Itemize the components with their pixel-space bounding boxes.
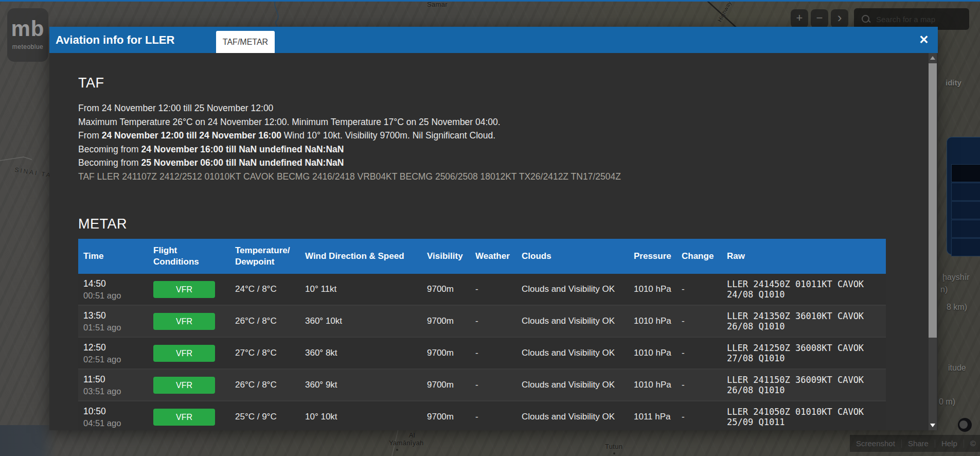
aviation-info-modal: Aviation info for LLER TAF/METAR ✕ TAF F… [49, 27, 938, 430]
metar-cell-wind: 360° 9kt [300, 369, 422, 401]
metar-cell-wind: 360° 8kt [300, 337, 422, 369]
metar-time: 12:50 [83, 342, 148, 354]
metar-cell-temp: 24°C / 8°C [230, 274, 300, 305]
metar-column-header: Visibility [422, 239, 470, 274]
metar-cell-clouds: Clouds and Visibility OK [516, 401, 629, 430]
flight-condition-badge: VFR [153, 313, 215, 330]
taf-line-bold: 24 November 16:00 till NaN undefined NaN… [141, 144, 344, 154]
tab-taf-metar[interactable]: TAF/METAR [216, 31, 275, 53]
metar-cell-flight: VFR [148, 337, 230, 369]
metar-cell-temp: 26°C / 8°C [230, 305, 300, 337]
metar-row: 14:5000:51 agoVFR24°C / 8°C10° 11kt9700m… [78, 274, 886, 305]
metar-cell-pressure: 1010 hPa [629, 337, 676, 369]
metar-cell-raw: LLER 241450Z 01011KT CAVOK 24/08 Q1010 [722, 274, 886, 305]
taf-line: From 24 November 12:00 till 24 November … [78, 129, 938, 143]
metar-cell-clouds: Clouds and Visibility OK [516, 305, 629, 337]
metar-time: 10:50 [83, 406, 148, 417]
metar-cell-clouds: Clouds and Visibility OK [516, 274, 629, 305]
metar-cell-pressure: 1011 hPa [629, 401, 676, 430]
metar-cell-pressure: 1010 hPa [629, 369, 676, 401]
metar-cell-flight: VFR [148, 401, 230, 430]
metar-row: 12:5002:51 agoVFR27°C / 8°C360° 8kt9700m… [78, 337, 886, 369]
taf-line-pre: From [78, 130, 102, 141]
metar-time-ago: 00:51 ago [83, 290, 148, 301]
screen: Samar Highway SINAI TABA Al Yamānīyah Tu… [0, 0, 980, 456]
metar-cell-weather: - [470, 401, 516, 430]
metar-cell-change: - [676, 274, 722, 305]
metar-column-header: Pressure [629, 239, 676, 274]
metar-cell-time: 12:5002:51 ago [78, 337, 148, 369]
metar-cell-wind: 360° 10kt [300, 305, 422, 337]
metar-column-header: Raw [722, 239, 886, 274]
taf-lines: From 24 November 12:00 till 25 November … [78, 101, 938, 183]
metar-cell-time: 13:5001:51 ago [78, 305, 148, 337]
taf-heading: TAF [78, 75, 938, 91]
metar-cell-vis: 9700m [422, 337, 470, 369]
metar-cell-flight: VFR [148, 369, 230, 401]
modal-scrollbar[interactable] [929, 53, 937, 430]
metar-time: 11:50 [83, 374, 148, 385]
taf-line: From 24 November 12:00 till 25 November … [78, 101, 938, 115]
metar-row: 13:5001:51 agoVFR26°C / 8°C360° 10kt9700… [78, 305, 886, 337]
metar-cell-raw: LLER 241350Z 36010KT CAVOK 26/08 Q1010 [722, 305, 886, 337]
metar-cell-pressure: 1010 hPa [629, 305, 676, 337]
metar-cell-change: - [676, 305, 722, 337]
metar-column-header: Flight Conditions [148, 239, 230, 274]
taf-line-pre: Becoming from [78, 144, 141, 154]
taf-line: Becoming from 25 November 06:00 till NaN… [78, 156, 938, 170]
metar-cell-pressure: 1010 hPa [629, 274, 676, 305]
metar-cell-vis: 9700m [422, 369, 470, 401]
metar-cell-temp: 26°C / 8°C [230, 369, 300, 401]
taf-line-pre: Becoming from [78, 157, 141, 168]
modal-body: TAF From 24 November 12:00 till 25 Novem… [49, 53, 938, 430]
flight-condition-badge: VFR [153, 281, 215, 298]
metar-time-ago: 04:51 ago [83, 417, 148, 429]
taf-line-bold: 24 November 12:00 till 24 November 16:00 [102, 130, 281, 141]
metar-cell-change: - [676, 401, 722, 430]
metar-time: 13:50 [83, 310, 148, 322]
taf-line-pre: From 24 November 12:00 till 25 November … [78, 103, 273, 113]
metar-table: TimeFlight ConditionsTemperature/ Dewpoi… [78, 239, 886, 430]
metar-cell-vis: 9700m [422, 305, 470, 337]
taf-line: Becoming from 24 November 16:00 till NaN… [78, 143, 938, 156]
metar-cell-weather: - [470, 305, 516, 337]
metar-time-ago: 03:51 ago [83, 385, 148, 397]
metar-cell-change: - [676, 337, 722, 369]
metar-row: 10:5004:51 agoVFR25°C / 9°C10° 10kt9700m… [78, 401, 886, 430]
metar-cell-weather: - [470, 274, 516, 305]
flight-condition-badge: VFR [153, 377, 215, 394]
scrollbar-thumb[interactable] [929, 63, 937, 338]
metar-cell-raw: LLER 241250Z 36008KT CAVOK 27/08 Q1010 [722, 337, 886, 369]
flight-condition-badge: VFR [153, 409, 215, 426]
metar-cell-temp: 27°C / 8°C [230, 337, 300, 369]
metar-column-header: Weather [470, 239, 516, 274]
metar-cell-flight: VFR [148, 274, 230, 305]
close-icon[interactable]: ✕ [916, 32, 932, 47]
taf-line-bold: 25 November 06:00 till NaN undefined NaN… [141, 157, 344, 168]
taf-line: Maximum Temperature 26°C on 24 November … [78, 115, 938, 129]
metar-time-ago: 01:51 ago [83, 322, 148, 333]
metar-cell-weather: - [470, 337, 516, 369]
scroll-down-arrow-icon[interactable] [930, 424, 935, 427]
scroll-up-arrow-icon[interactable] [930, 56, 935, 60]
metar-cell-clouds: Clouds and Visibility OK [516, 337, 629, 369]
metar-column-header: Time [78, 239, 148, 274]
metar-column-header: Change [676, 239, 722, 274]
metar-cell-wind: 10° 11kt [300, 274, 422, 305]
metar-cell-time: 10:5004:51 ago [78, 401, 148, 430]
metar-table-body: 14:5000:51 agoVFR24°C / 8°C10° 11kt9700m… [78, 274, 886, 430]
taf-line-pre: Maximum Temperature 26°C on 24 November … [78, 117, 501, 127]
taf-line-post: Wind 10° 10kt. Visibility 9700m. Nil Sig… [281, 130, 495, 141]
metar-column-header: Temperature/ Dewpoint [230, 239, 300, 274]
taf-raw-code: TAF LLER 241107Z 2412/2512 01010KT CAVOK… [78, 170, 938, 184]
metar-cell-raw: LLER 241150Z 36009KT CAVOK 26/08 Q1010 [722, 369, 886, 401]
metar-cell-time: 14:5000:51 ago [78, 274, 148, 305]
metar-cell-vis: 9700m [422, 401, 470, 430]
taf-section: TAF From 24 November 12:00 till 25 Novem… [78, 75, 938, 183]
modal-header: Aviation info for LLER TAF/METAR ✕ [49, 27, 938, 53]
metar-cell-wind: 10° 10kt [300, 401, 422, 430]
modal-title: Aviation info for LLER [56, 27, 174, 53]
top-accent-line [0, 0, 980, 2]
metar-cell-vis: 9700m [422, 274, 470, 305]
metar-cell-change: - [676, 369, 722, 401]
